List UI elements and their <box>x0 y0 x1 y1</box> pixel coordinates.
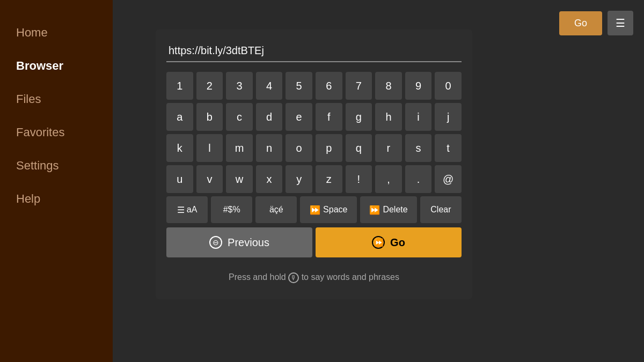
voice-hint: Press and hold 🎙 to say words and phrase… <box>166 267 462 289</box>
voice-hint-after: to say words and phrases <box>302 272 399 282</box>
key-3[interactable]: 3 <box>226 72 253 100</box>
space-label: Space <box>323 205 347 215</box>
keyboard: 1 2 3 4 5 6 7 8 9 0 a b c d e f g h <box>166 72 462 223</box>
key-z[interactable]: z <box>316 165 342 193</box>
space-button[interactable]: ⏩ Space <box>300 196 357 223</box>
sidebar-item-settings[interactable]: Settings <box>0 149 113 182</box>
key-6[interactable]: 6 <box>316 72 342 100</box>
key-n[interactable]: n <box>256 134 283 162</box>
sidebar-label-home: Home <box>16 26 48 39</box>
key-at[interactable]: @ <box>435 165 462 193</box>
key-u[interactable]: u <box>166 165 193 193</box>
key-t[interactable]: t <box>435 134 462 162</box>
url-input[interactable] <box>166 40 462 62</box>
top-go-button[interactable]: Go <box>559 11 602 35</box>
key-d[interactable]: d <box>256 103 283 131</box>
key-period[interactable]: . <box>405 165 432 193</box>
key-q[interactable]: q <box>346 134 372 162</box>
sidebar-label-browser: Browser <box>16 59 63 72</box>
key-row-u-at: u v w x y z ! , . @ <box>166 165 462 193</box>
key-r[interactable]: r <box>375 134 402 162</box>
key-o[interactable]: o <box>286 134 312 162</box>
key-7[interactable]: 7 <box>346 72 372 100</box>
key-8[interactable]: 8 <box>375 72 402 100</box>
accents-label: äçé <box>269 205 283 215</box>
go-icon: ⏩ <box>372 236 385 249</box>
go-label: Go <box>390 237 405 249</box>
symbols-label: #$% <box>223 205 240 215</box>
case-label: aA <box>187 205 197 215</box>
key-j[interactable]: j <box>435 103 462 131</box>
delete-label: Delete <box>383 205 407 215</box>
sidebar-item-favorites[interactable]: Favorites <box>0 116 113 149</box>
previous-icon: ⊖ <box>209 236 222 249</box>
case-toggle-button[interactable]: ☰ aA <box>166 196 208 223</box>
url-input-container <box>166 40 462 62</box>
action-row: ⊖ Previous ⏩ Go <box>166 227 462 257</box>
key-s[interactable]: s <box>405 134 432 162</box>
key-0[interactable]: 0 <box>435 72 462 100</box>
clear-label: Clear <box>430 205 451 215</box>
mic-icon: 🎙 <box>288 272 299 283</box>
sidebar: Home Browser Files Favorites Settings He… <box>0 0 113 362</box>
key-c[interactable]: c <box>226 103 253 131</box>
key-w[interactable]: w <box>226 165 253 193</box>
key-y[interactable]: y <box>286 165 312 193</box>
key-h[interactable]: h <box>375 103 402 131</box>
key-4[interactable]: 4 <box>256 72 283 100</box>
sidebar-item-browser[interactable]: Browser <box>0 49 113 83</box>
sidebar-label-settings: Settings <box>16 159 59 172</box>
key-row-numbers: 1 2 3 4 5 6 7 8 9 0 <box>166 72 462 100</box>
previous-button[interactable]: ⊖ Previous <box>166 227 312 257</box>
special-key-row: ☰ aA #$% äçé ⏩ Space ⏩ Delete <box>166 196 462 223</box>
voice-hint-before: Press and hold <box>229 272 288 282</box>
key-9[interactable]: 9 <box>405 72 432 100</box>
sidebar-item-files[interactable]: Files <box>0 83 113 116</box>
go-button[interactable]: ⏩ Go <box>316 227 462 257</box>
menu-button[interactable]: ☰ <box>608 11 633 35</box>
key-row-k-t: k l m n o p q r s t <box>166 134 462 162</box>
key-2[interactable]: 2 <box>196 72 223 100</box>
key-i[interactable]: i <box>405 103 432 131</box>
key-m[interactable]: m <box>226 134 253 162</box>
key-g[interactable]: g <box>346 103 372 131</box>
key-exclaim[interactable]: ! <box>346 165 372 193</box>
key-1[interactable]: 1 <box>166 72 193 100</box>
key-l[interactable]: l <box>196 134 223 162</box>
key-v[interactable]: v <box>196 165 223 193</box>
key-k[interactable]: k <box>166 134 193 162</box>
top-bar: Go ☰ <box>559 11 633 35</box>
main-content: Go ☰ 1 2 3 4 5 6 7 8 9 0 <box>113 0 644 362</box>
clear-button[interactable]: Clear <box>420 196 462 223</box>
key-a[interactable]: a <box>166 103 193 131</box>
key-f[interactable]: f <box>316 103 342 131</box>
key-5[interactable]: 5 <box>286 72 312 100</box>
sidebar-item-home[interactable]: Home <box>0 16 113 49</box>
delete-button[interactable]: ⏩ Delete <box>360 196 417 223</box>
delete-icon: ⏩ <box>369 205 380 215</box>
symbols-button[interactable]: #$% <box>211 196 252 223</box>
menu-icon: ☰ <box>616 17 625 29</box>
keyboard-dialog: 1 2 3 4 5 6 7 8 9 0 a b c d e f g h <box>156 29 472 299</box>
key-e[interactable]: e <box>286 103 312 131</box>
sidebar-label-files: Files <box>16 92 41 106</box>
accents-button[interactable]: äçé <box>255 196 297 223</box>
sidebar-label-favorites: Favorites <box>16 125 64 139</box>
key-x[interactable]: x <box>256 165 283 193</box>
key-row-a-j: a b c d e f g h i j <box>166 103 462 131</box>
list-icon: ☰ <box>177 205 185 215</box>
previous-label: Previous <box>228 237 269 249</box>
top-go-label: Go <box>574 18 587 28</box>
sidebar-label-help: Help <box>16 192 40 205</box>
sidebar-item-help[interactable]: Help <box>0 182 113 216</box>
space-icon: ⏩ <box>310 205 320 215</box>
key-b[interactable]: b <box>196 103 223 131</box>
key-comma[interactable]: , <box>375 165 402 193</box>
key-p[interactable]: p <box>316 134 342 162</box>
